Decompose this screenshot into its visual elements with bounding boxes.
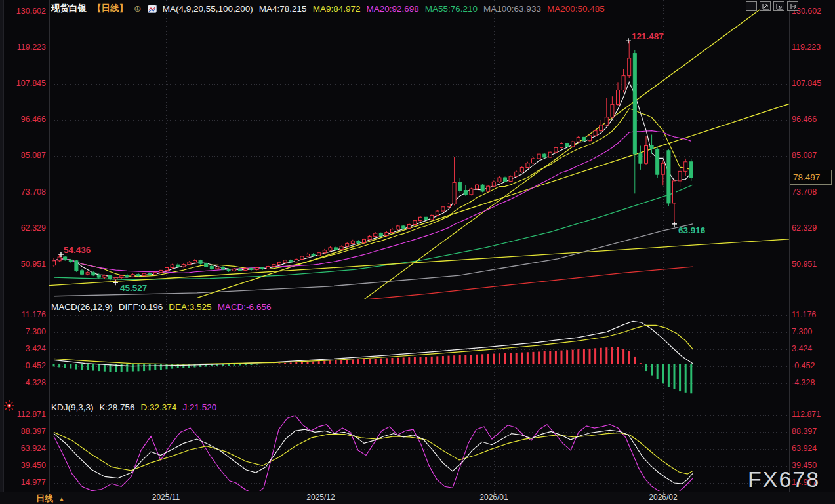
trading-chart-window: 现货白银 【日线】 ⊕ MA(4,9,20,55,100,200) MA4:78… bbox=[0, 0, 835, 504]
last-price-box: 78.497 bbox=[790, 170, 832, 185]
date-tick bbox=[663, 492, 664, 494]
date-tick bbox=[166, 492, 167, 494]
ma-legend: MA4:78.215MA9:84.972MA20:92.698MA55:76.2… bbox=[259, 4, 605, 14]
main-axis-label-right: 73.708 bbox=[792, 187, 834, 197]
price-annotation: 121.487 bbox=[632, 31, 664, 41]
kdj-axis-label-right: 88.397 bbox=[792, 427, 834, 436]
extreme-markers bbox=[58, 38, 677, 285]
candles-layer bbox=[52, 41, 693, 282]
compare-icon[interactable]: ⊕ bbox=[134, 3, 142, 14]
macd-values: DIFF:0.196DEA:3.525MACD:-6.656 bbox=[119, 302, 272, 312]
macd-axis-label-right: -0.452 bbox=[792, 361, 834, 370]
kdj-panel-layer bbox=[54, 416, 693, 495]
ma-legend-item: MA55:76.210 bbox=[425, 4, 478, 14]
chart-canvas[interactable] bbox=[0, 0, 835, 504]
macd-axis-label-left: -0.452 bbox=[0, 361, 46, 370]
gridlines bbox=[49, 0, 789, 491]
sun-marker-icon[interactable] bbox=[3, 400, 15, 412]
chart-toolbar bbox=[746, 1, 798, 11]
ma-legend-item: MA200:50.485 bbox=[547, 4, 605, 14]
main-axis-label-left: 85.087 bbox=[0, 151, 46, 160]
main-axis-label-left: 130.602 bbox=[0, 7, 46, 16]
kdj-legend: KDJ(9,3,3) K:28.756D:32.374J:21.520 bbox=[51, 402, 216, 412]
main-axis-label-left: 73.708 bbox=[0, 187, 46, 197]
main-axis-label-right: 107.845 bbox=[792, 79, 834, 88]
date-tick bbox=[494, 492, 495, 494]
kdj-title: KDJ(9,3,3) bbox=[51, 402, 94, 412]
main-axis-label-right: 85.087 bbox=[792, 151, 834, 160]
main-axis-label-left: 96.466 bbox=[0, 115, 46, 124]
time-axis-bar: 日线 ▲ bbox=[0, 492, 835, 504]
macd-panel-layer bbox=[54, 321, 693, 393]
crosshair-tool-icon[interactable] bbox=[746, 1, 757, 11]
ma-legend-item: MA4:78.215 bbox=[259, 4, 307, 14]
macd-axis-label-left: 7.300 bbox=[0, 327, 46, 336]
price-annotation: 54.436 bbox=[64, 245, 91, 255]
ma-legend-item: MA9:84.972 bbox=[313, 4, 361, 14]
main-axis-label-left: 119.223 bbox=[0, 43, 46, 52]
macd-value-item: DIFF:0.196 bbox=[119, 302, 163, 312]
macd-value-item: DEA:3.525 bbox=[169, 302, 211, 312]
macd-axis-label-left: 3.424 bbox=[0, 344, 46, 353]
ma-legend-item: MA20:92.698 bbox=[366, 4, 418, 14]
watermark: FX678 bbox=[748, 467, 820, 492]
kdj-value-item: J:21.520 bbox=[182, 402, 216, 412]
macd-axis-label-right: -4.328 bbox=[792, 378, 834, 387]
kdj-axis-label-left: 88.397 bbox=[0, 427, 46, 436]
kline-style-icon[interactable] bbox=[148, 5, 157, 13]
kdj-value-item: D:32.374 bbox=[141, 402, 177, 412]
price-annotation: 63.916 bbox=[678, 225, 705, 235]
last-price-value: 78.497 bbox=[793, 172, 820, 182]
macd-axis-label-left: -4.328 bbox=[0, 378, 46, 387]
kdj-values: K:28.756D:32.374J:21.520 bbox=[100, 402, 217, 412]
kdj-axis-label-right: 112.871 bbox=[792, 410, 834, 419]
date-label: 2026/01 bbox=[479, 493, 508, 502]
main-axis-label-right: 119.223 bbox=[792, 43, 834, 52]
price-annotation: 45.527 bbox=[120, 283, 147, 293]
main-axis-label-right: 96.466 bbox=[792, 115, 834, 124]
kdj-axis-label-left: 39.450 bbox=[0, 461, 46, 470]
main-axis-label-left: 107.845 bbox=[0, 79, 46, 88]
main-axis-label-left: 62.329 bbox=[0, 223, 46, 233]
main-axis-label-left: 50.951 bbox=[0, 260, 46, 269]
main-axis-label-right: 50.951 bbox=[792, 260, 834, 269]
main-chart-legend: 现货白银 【日线】 ⊕ MA(4,9,20,55,100,200) MA4:78… bbox=[51, 3, 605, 14]
period-selector-button[interactable]: 日线 ▲ bbox=[36, 493, 65, 504]
symbol-name: 现货白银 bbox=[51, 3, 87, 14]
macd-axis-label-right: 3.424 bbox=[792, 344, 834, 353]
main-axis-label-right: 62.329 bbox=[792, 223, 834, 233]
date-tick bbox=[321, 492, 321, 494]
period-cell: 日线 ▲ bbox=[0, 492, 148, 504]
macd-axis-label-left: 11.176 bbox=[0, 310, 46, 319]
macd-title: MACD(26,12,9) bbox=[51, 302, 113, 312]
x-axis-scale-icon[interactable] bbox=[773, 1, 784, 11]
date-label: 2026/02 bbox=[649, 493, 677, 502]
kdj-axis-label-left: 63.924 bbox=[0, 444, 46, 453]
kdj-axis-label-right: 63.924 bbox=[792, 444, 834, 453]
date-label: 2025/12 bbox=[306, 493, 335, 502]
ma-group-label: MA(4,9,20,55,100,200) bbox=[163, 4, 253, 14]
kdj-axis-label-left: 14.977 bbox=[0, 478, 46, 487]
macd-axis-label-right: 7.300 bbox=[792, 327, 834, 336]
period-label: 日线 bbox=[36, 493, 53, 504]
macd-value-item: MACD:-6.656 bbox=[218, 302, 272, 312]
price-panel-layer bbox=[49, 5, 790, 303]
date-label: 2025/11 bbox=[152, 493, 180, 502]
panel-borders bbox=[0, 0, 835, 492]
y-axis-scale-icon[interactable] bbox=[760, 1, 771, 11]
period-up-arrow-icon: ▲ bbox=[58, 495, 65, 503]
ma-legend-item: MA100:63.933 bbox=[483, 4, 541, 14]
macd-legend: MACD(26,12,9) DIFF:0.196DEA:3.525MACD:-6… bbox=[51, 302, 271, 312]
pan-right-icon[interactable] bbox=[787, 1, 798, 11]
macd-axis-label-right: 11.176 bbox=[792, 310, 834, 319]
period-tag: 【日线】 bbox=[92, 3, 128, 14]
macd-histogram bbox=[54, 347, 691, 394]
kdj-value-item: K:28.756 bbox=[100, 402, 135, 412]
